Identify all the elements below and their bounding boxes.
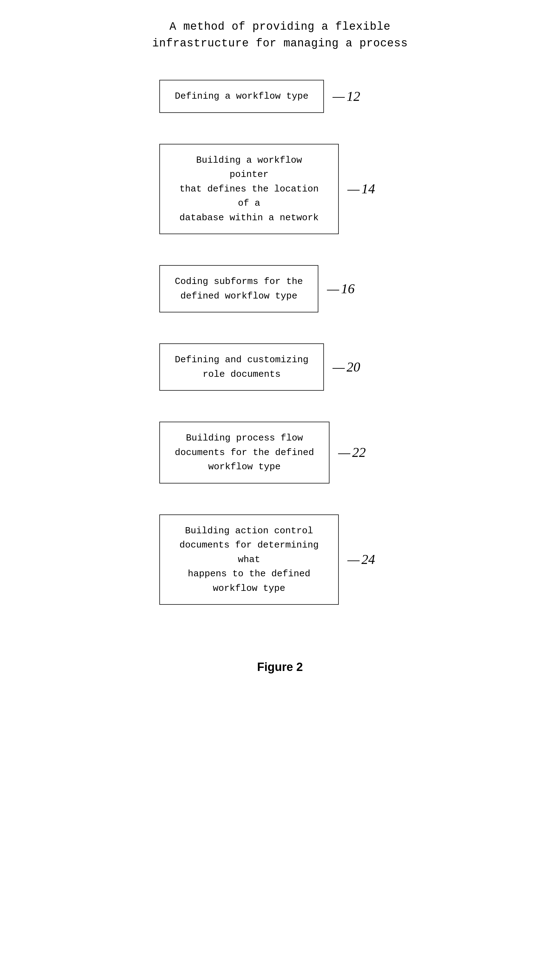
- flow-box-16: Coding subforms for the defined workflow…: [159, 265, 318, 313]
- flow-num-14: 14: [362, 181, 375, 197]
- flow-label-14: — 14: [347, 181, 375, 197]
- flow-label-16: — 16: [327, 281, 355, 297]
- flow-item-16: Coding subforms for the defined workflow…: [141, 265, 419, 313]
- flow-dash-12: —: [333, 90, 345, 103]
- flow-num-12: 12: [347, 88, 360, 104]
- flow-label-24: — 24: [347, 552, 375, 567]
- page-title-block: A method of providing a flexible infrast…: [152, 18, 408, 52]
- flow-dash-16: —: [327, 282, 339, 296]
- flow-item-24: Building action control documents for de…: [141, 514, 419, 605]
- flow-box-text-12: Defining a workflow type: [175, 91, 308, 101]
- flow-box-text-24: Building action control documents for de…: [180, 526, 319, 594]
- flow-item-14: Building a workflow pointer that defines…: [141, 144, 419, 235]
- flow-label-12: — 12: [333, 88, 360, 104]
- figure-caption-text: Figure 2: [257, 661, 303, 674]
- flow-box-12: Defining a workflow type: [159, 80, 324, 113]
- flow-item-20: Defining and customizing role documents …: [141, 343, 419, 391]
- flow-num-22: 22: [352, 444, 366, 460]
- flow-box-24: Building action control documents for de…: [159, 514, 339, 605]
- page-container: A method of providing a flexible infrast…: [141, 18, 419, 955]
- flow-box-20: Defining and customizing role documents: [159, 343, 324, 391]
- flow-dash-22: —: [338, 446, 350, 459]
- flow-box-text-20: Defining and customizing role documents: [175, 354, 308, 379]
- flow-item-22: Building process flow documents for the …: [141, 422, 419, 484]
- figure-caption: Figure 2: [257, 661, 303, 674]
- flow-label-22: — 22: [338, 444, 366, 460]
- flow-box-22: Building process flow documents for the …: [159, 422, 330, 484]
- flow-box-text-16: Coding subforms for the defined workflow…: [175, 276, 303, 301]
- flow-num-16: 16: [341, 281, 355, 297]
- flow-dash-24: —: [347, 553, 360, 566]
- flow-num-24: 24: [362, 552, 375, 567]
- flow-num-20: 20: [347, 359, 360, 375]
- flow-label-20: — 20: [333, 359, 360, 375]
- flow-box-text-22: Building process flow documents for the …: [175, 433, 314, 472]
- flow-box-14: Building a workflow pointer that defines…: [159, 144, 339, 235]
- flow-item-12: Defining a workflow type — 12: [141, 80, 419, 113]
- flow-box-text-14: Building a workflow pointer that defines…: [180, 155, 319, 223]
- flow-dash-20: —: [333, 360, 345, 374]
- flow-dash-14: —: [347, 182, 360, 196]
- page-title: A method of providing a flexible infrast…: [152, 20, 408, 50]
